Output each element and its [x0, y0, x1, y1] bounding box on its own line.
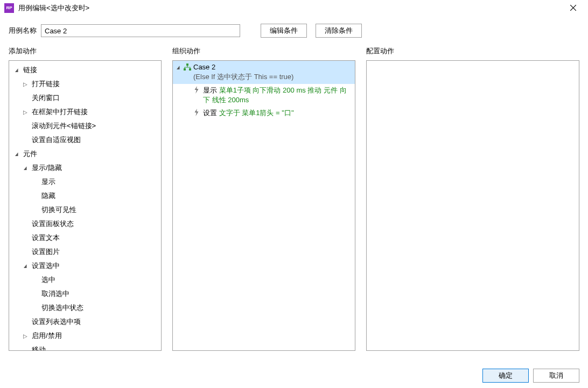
tree-node-adaptive-view[interactable]: 设置自适应视图 [9, 133, 161, 147]
svg-rect-2 [189, 68, 191, 70]
tree-node-select[interactable]: 选中 [9, 273, 161, 287]
tree-node-toggle-selected[interactable]: 切换选中状态 [9, 301, 161, 315]
tree-node-set-list-selected[interactable]: 设置列表选中项 [9, 315, 161, 329]
case-condition-text: (Else If 选中状态于 This == true) [193, 71, 352, 83]
action-tree[interactable]: 链接 打开链接 关闭窗口 在框架中打开链接 滚动到元件<锚链接> 设置自适应视图… [9, 61, 161, 350]
tree-node-hide[interactable]: 隐藏 [9, 189, 161, 203]
action-row-show[interactable]: 显示 菜单1子项 向下滑动 200 ms 推动 元件 向下 线性 200ms [173, 84, 355, 107]
chevron-down-icon [15, 67, 21, 73]
header-configure-action: 配置动作 [366, 46, 579, 56]
tree-node-enable-disable[interactable]: 启用/禁用 [9, 329, 161, 343]
header-add-action: 添加动作 [9, 46, 162, 56]
close-button[interactable] [562, 1, 584, 16]
add-action-panel: 链接 打开链接 关闭窗口 在框架中打开链接 滚动到元件<锚链接> 设置自适应视图… [9, 60, 162, 351]
action-detail: 文字于 菜单1箭头 = "口" [219, 109, 294, 117]
tree-node-show[interactable]: 显示 [9, 175, 161, 189]
tree-node-panel-state[interactable]: 设置面板状态 [9, 217, 161, 231]
cancel-button[interactable]: 取消 [533, 369, 579, 383]
tree-node-move[interactable]: 移动 [9, 343, 161, 350]
ok-button[interactable]: 确定 [482, 369, 529, 383]
edit-condition-button[interactable]: 编辑条件 [261, 24, 307, 38]
tree-node-scroll-to[interactable]: 滚动到元件<锚链接> [9, 119, 161, 133]
chevron-down-icon [15, 151, 21, 157]
action-prefix: 设置 [203, 109, 219, 117]
svg-rect-0 [186, 64, 188, 66]
chevron-right-icon [23, 81, 30, 87]
tree-node-widget[interactable]: 元件 [9, 147, 161, 161]
case-name-input[interactable] [41, 24, 240, 37]
action-prefix: 显示 [203, 86, 219, 94]
tree-node-links[interactable]: 链接 [9, 63, 161, 77]
tree-node-deselect[interactable]: 取消选中 [9, 287, 161, 301]
column-headers: 添加动作 组织动作 配置动作 [0, 43, 588, 60]
action-detail: 菜单1子项 向下滑动 200 ms 推动 元件 向下 线性 200ms [203, 86, 347, 104]
case-row[interactable]: Case 2 (Else If 选中状态于 This == true) [173, 61, 355, 84]
tree-node-set-image[interactable]: 设置图片 [9, 245, 161, 259]
case-name-row: 用例名称 编辑条件 清除条件 [0, 16, 588, 43]
case-icon [184, 63, 193, 73]
window-title: 用例编辑<选中改变时> [18, 3, 562, 13]
configure-action-panel [366, 60, 579, 351]
header-organize-action: 组织动作 [172, 46, 355, 56]
tree-node-open-in-frame[interactable]: 在框架中打开链接 [9, 105, 161, 119]
tree-node-close-window[interactable]: 关闭窗口 [9, 91, 161, 105]
case-name-text: Case 2 [193, 63, 352, 71]
titlebar: RP 用例编辑<选中改变时> [0, 0, 588, 16]
clear-condition-button[interactable]: 清除条件 [316, 24, 362, 38]
action-row-set-text[interactable]: 设置 文字于 菜单1箭头 = "口" [173, 107, 355, 119]
panels-row: 链接 打开链接 关闭窗口 在框架中打开链接 滚动到元件<锚链接> 设置自适应视图… [0, 60, 588, 357]
bolt-icon [193, 108, 203, 118]
app-icon: RP [4, 3, 14, 13]
footer: 确定 取消 [474, 364, 588, 388]
chevron-right-icon [23, 109, 30, 115]
tree-node-set-selected[interactable]: 设置选中 [9, 259, 161, 273]
chevron-down-icon [23, 165, 30, 171]
case-name-label: 用例名称 [9, 26, 37, 36]
organize-action-panel: Case 2 (Else If 选中状态于 This == true) 显示 菜… [172, 60, 355, 351]
close-icon [570, 5, 576, 11]
tree-node-toggle-visibility[interactable]: 切换可见性 [9, 203, 161, 217]
chevron-down-icon [23, 263, 30, 269]
tree-node-set-text[interactable]: 设置文本 [9, 231, 161, 245]
bolt-icon [193, 86, 203, 95]
chevron-right-icon [23, 333, 30, 339]
chevron-down-icon [176, 65, 183, 70]
tree-node-show-hide[interactable]: 显示/隐藏 [9, 161, 161, 175]
svg-rect-1 [184, 68, 186, 70]
tree-node-open-link[interactable]: 打开链接 [9, 77, 161, 91]
